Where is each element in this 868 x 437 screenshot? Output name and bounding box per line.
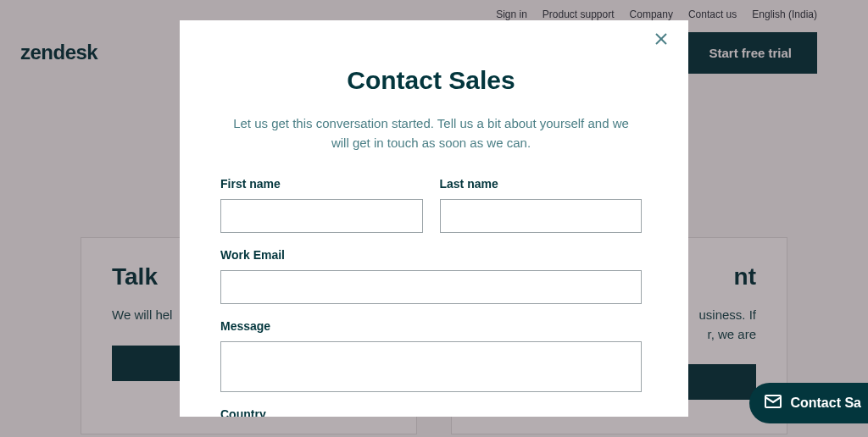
message-label: Message — [220, 319, 642, 333]
modal-overlay[interactable]: Contact Sales Let us get this conversati… — [0, 0, 868, 437]
modal-scroll-area[interactable]: Contact Sales Let us get this conversati… — [180, 20, 688, 417]
country-label: Country — [220, 407, 642, 418]
close-icon[interactable] — [653, 30, 670, 47]
work-email-label: Work Email — [220, 248, 642, 262]
first-name-input[interactable] — [220, 199, 423, 233]
last-name-input[interactable] — [440, 199, 643, 233]
last-name-label: Last name — [440, 177, 643, 191]
first-name-label: First name — [220, 177, 423, 191]
message-textarea[interactable] — [220, 341, 642, 392]
contact-sales-modal: Contact Sales Let us get this conversati… — [180, 20, 688, 417]
contact-sales-fab[interactable]: Contact Sa — [749, 383, 868, 423]
modal-title: Contact Sales — [220, 66, 642, 95]
contact-sales-fab-label: Contact Sa — [790, 396, 861, 411]
work-email-input[interactable] — [220, 270, 642, 304]
modal-intro: Let us get this conversation started. Te… — [229, 113, 633, 153]
mail-icon — [765, 395, 782, 412]
